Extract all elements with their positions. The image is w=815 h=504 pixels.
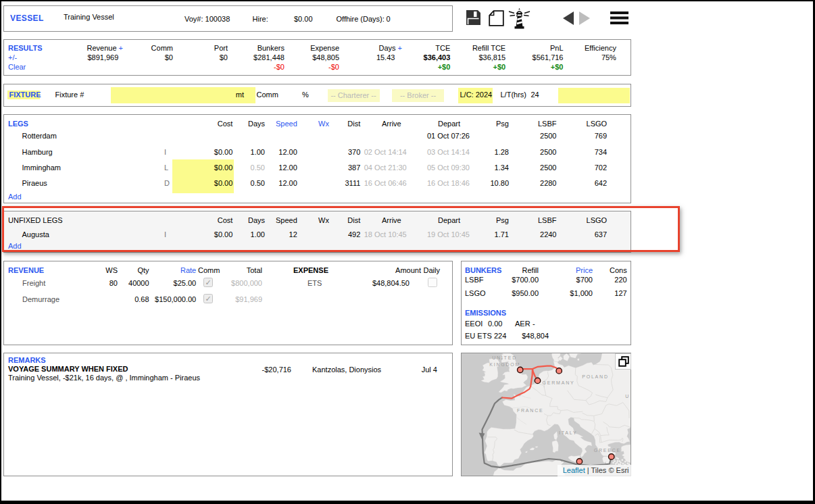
- revenue-total: $800,000: [231, 279, 262, 288]
- marker-rotterdam[interactable]: [535, 378, 540, 383]
- unfixed_legs-port-name[interactable]: Augusta: [22, 230, 49, 239]
- legs-header-wx[interactable]: Wx: [318, 120, 329, 128]
- map-expand-button[interactable]: [615, 353, 631, 370]
- lt-value[interactable]: 24: [531, 91, 539, 99]
- menu-icon[interactable]: [610, 11, 628, 24]
- legs-port-name[interactable]: Immingham: [22, 163, 61, 172]
- marker-piraeus[interactable]: [608, 453, 614, 459]
- unfixed_legs-header-lsbf: LSBF: [538, 216, 557, 225]
- legs-speed[interactable]: 12.00: [278, 148, 297, 157]
- legs-leg-type: I: [164, 148, 166, 157]
- legs-title[interactable]: LEGS: [8, 120, 28, 128]
- results-col-label: Comm: [151, 44, 173, 53]
- legs-days[interactable]: 0.50: [251, 179, 265, 188]
- revenue-row-label[interactable]: Freight: [22, 279, 45, 288]
- unfixed-legs-add[interactable]: Add: [8, 242, 22, 251]
- lc-field[interactable]: L/C: 2024: [458, 88, 493, 103]
- legs-cost[interactable]: $0.00: [214, 163, 233, 172]
- percent-label: %: [302, 91, 309, 99]
- vessel-name[interactable]: Training Vessel: [64, 13, 114, 22]
- revenue-comm-checkbox[interactable]: [203, 278, 213, 287]
- offhire-value[interactable]: 0: [387, 15, 391, 24]
- legs-port-name[interactable]: Piraeus: [22, 179, 47, 188]
- unfixed-legs-panel: [3, 211, 631, 253]
- legs-dist: 3111: [345, 179, 360, 188]
- revenue-qty[interactable]: 0.68: [134, 295, 149, 304]
- revenue-header-rate[interactable]: Rate: [180, 266, 196, 275]
- hire-value[interactable]: $0.00: [294, 15, 313, 24]
- forward-icon[interactable]: [578, 11, 590, 25]
- leaflet-link[interactable]: Leaflet: [563, 466, 585, 474]
- broker-select[interactable]: -- Broker --: [392, 89, 444, 102]
- legs-speed[interactable]: 12.00: [278, 179, 297, 188]
- legs-header-speed[interactable]: Speed: [276, 120, 297, 128]
- results-title[interactable]: RESULTS: [8, 44, 43, 53]
- legs-days[interactable]: 0.50: [251, 163, 265, 172]
- revenue-row-label[interactable]: Demurrage: [22, 295, 59, 304]
- legs-days[interactable]: 1.00: [251, 148, 265, 157]
- bunkers-refill[interactable]: $700.00: [512, 276, 539, 284]
- revenue-title[interactable]: REVENUE: [8, 266, 44, 275]
- expense-row-label[interactable]: ETS: [307, 279, 322, 288]
- legs-add[interactable]: Add: [8, 193, 22, 201]
- back-icon[interactable]: [563, 11, 574, 25]
- legs-lsgo: 769: [595, 132, 607, 141]
- legs-depart: 05 Oct 09:30: [427, 163, 470, 172]
- unfixed_legs-header-psg: Psg: [496, 216, 509, 225]
- legs-header-depart: Depart: [438, 120, 460, 128]
- legs-cost[interactable]: $0.00: [214, 179, 233, 188]
- unfixed_legs-psg: 1.71: [495, 230, 509, 239]
- fixture-title[interactable]: FIXTURE: [9, 91, 41, 99]
- results-adjust[interactable]: +/-: [8, 53, 17, 62]
- expense-amount[interactable]: $48,804.50: [372, 279, 410, 288]
- remarks-title[interactable]: REMARKS: [8, 356, 46, 365]
- unfixed_legs-days[interactable]: 1.00: [251, 230, 265, 239]
- legs-depart: 16 Oct 18:46: [427, 179, 470, 188]
- revenue-ws[interactable]: 80: [109, 279, 118, 288]
- legs-port-name[interactable]: Hamburg: [22, 148, 53, 157]
- results-col-value: $48,805: [312, 53, 339, 62]
- results-col-label: PnL: [550, 44, 564, 53]
- save-icon[interactable]: [465, 9, 482, 26]
- unfixed_legs-lsbf: 2240: [540, 230, 556, 239]
- results-col-delta: -$0: [274, 63, 285, 72]
- revenue-rate[interactable]: $150,000.00: [155, 295, 196, 304]
- legs-arrive: 04 Oct 21:30: [364, 163, 407, 172]
- emissions-title[interactable]: EMISSIONS: [465, 309, 506, 318]
- revenue-qty[interactable]: 40000: [128, 279, 149, 288]
- bunkers-header-price[interactable]: Price: [576, 266, 593, 275]
- legs-leg-type: L: [164, 163, 168, 172]
- legs-speed[interactable]: 12.00: [278, 163, 297, 172]
- marker-augusta[interactable]: [576, 458, 582, 463]
- revenue-comm-checkbox[interactable]: [203, 294, 213, 303]
- vessel-title[interactable]: VESSEL: [10, 14, 44, 23]
- expand-icon: [616, 354, 632, 370]
- bunkers-refill[interactable]: $950.00: [512, 289, 539, 298]
- results-col-delta: +$0: [493, 63, 506, 72]
- results-clear[interactable]: Clear: [8, 63, 26, 72]
- marker-hamburg[interactable]: [556, 368, 562, 373]
- bunkers-price[interactable]: $700: [576, 276, 593, 284]
- lighthouse-icon[interactable]: [508, 7, 530, 30]
- expense-daily-checkbox[interactable]: [428, 278, 437, 287]
- bunkers-title[interactable]: BUNKERS: [465, 266, 501, 275]
- unfixed_legs-leg-type: I: [164, 230, 166, 239]
- charterer-select[interactable]: -- Charterer --: [328, 89, 380, 102]
- revenue-rate[interactable]: $25.00: [174, 279, 197, 288]
- bunkers-price[interactable]: $1,000: [570, 289, 593, 298]
- legs-cost[interactable]: $0.00: [214, 148, 233, 157]
- route-map[interactable]: UNITED KINGDOM POLAND GERMANY FRANCE ITA…: [462, 353, 631, 476]
- new-voyage-icon[interactable]: [489, 10, 504, 26]
- cargo-input[interactable]: [111, 87, 255, 103]
- marker-immingham[interactable]: [517, 367, 522, 372]
- legs-panel: [3, 114, 631, 203]
- map-label-kingdom: KINGDOM: [489, 361, 520, 366]
- unfixed_legs-speed[interactable]: 12: [289, 230, 297, 239]
- results-col-delta: +$0: [551, 63, 564, 72]
- legs-lsgo: 734: [595, 148, 607, 157]
- unfixed_legs-cost[interactable]: $0.00: [214, 230, 233, 239]
- fixture-extra-input[interactable]: [558, 88, 630, 103]
- legs-port-name[interactable]: Rotterdam: [22, 132, 57, 141]
- results-col-label: Days +: [378, 44, 402, 53]
- remarks-author: Kantzolas, Dionysios: [312, 366, 381, 374]
